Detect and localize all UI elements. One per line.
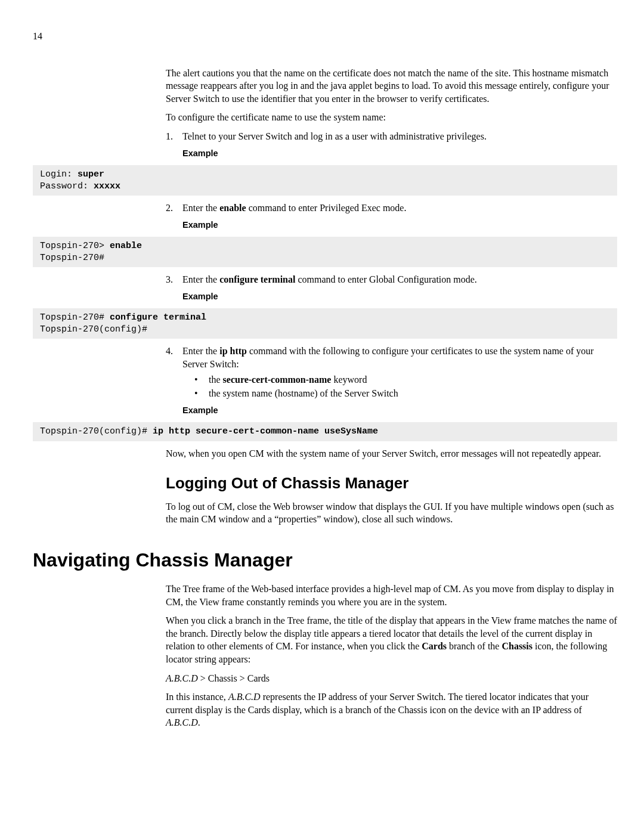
step-3: 3. Enter the configure terminal command …	[166, 273, 617, 306]
navigating-heading: Navigating Chassis Manager	[33, 547, 617, 573]
bullet-dot-icon: •	[182, 387, 209, 400]
example-label: Example	[182, 148, 617, 160]
step-1-number: 1.	[166, 130, 182, 163]
bullet-item: • the secure-cert-common-name keyword	[182, 373, 617, 386]
example-label: Example	[182, 291, 617, 303]
logout-paragraph: To log out of CM, close the Web browser …	[166, 500, 617, 526]
closing-paragraph: Now, when you open CM with the system na…	[166, 447, 617, 460]
example-label: Example	[182, 405, 617, 417]
nav-paragraph-1: The Tree frame of the Web-based interfac…	[166, 583, 617, 608]
example-label: Example	[182, 219, 617, 231]
nav-paragraph-2: When you click a branch in the Tree fram…	[166, 614, 617, 665]
step-2-number: 2.	[166, 202, 182, 234]
step-3-text: Enter the configure terminal command to …	[182, 273, 617, 286]
step-2-text: Enter the enable command to enter Privil…	[182, 202, 617, 215]
step-2: 2. Enter the enable command to enter Pri…	[166, 202, 617, 234]
step-4-number: 4.	[166, 345, 182, 420]
locator-string: A.B.C.D > Chassis > Cards	[166, 672, 617, 685]
step-4-text: Enter the ip http command with the follo…	[182, 345, 617, 370]
code-example-2: Topspin-270> enable Topspin-270#	[33, 237, 617, 267]
bullet-item: • the system name (hostname) of the Serv…	[182, 387, 617, 400]
nav-paragraph-3: In this instance, A.B.C.D represents the…	[166, 690, 617, 729]
step-1-text: Telnet to your Server Switch and log in …	[182, 130, 617, 143]
intro-paragraph: The alert cautions you that the name on …	[166, 67, 617, 106]
code-example-4: Topspin-270(config)# ip http secure-cert…	[33, 422, 617, 441]
code-example-3: Topspin-270# configure terminal Topspin-…	[33, 308, 617, 339]
configure-instruction: To configure the certificate name to use…	[166, 111, 617, 124]
page-number: 14	[33, 30, 617, 43]
step-3-number: 3.	[166, 273, 182, 306]
logout-heading: Logging Out of Chassis Manager	[166, 473, 617, 494]
step-1: 1. Telnet to your Server Switch and log …	[166, 130, 617, 163]
step-4: 4. Enter the ip http command with the fo…	[166, 345, 617, 420]
bullet-dot-icon: •	[182, 373, 209, 386]
code-example-1: Login: super Password: xxxxx	[33, 165, 617, 196]
